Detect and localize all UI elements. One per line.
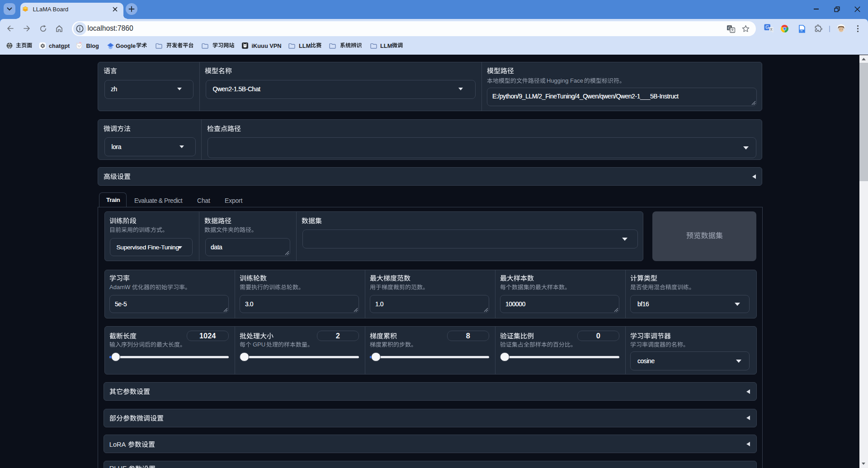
svg-text:G: G [765, 25, 769, 30]
